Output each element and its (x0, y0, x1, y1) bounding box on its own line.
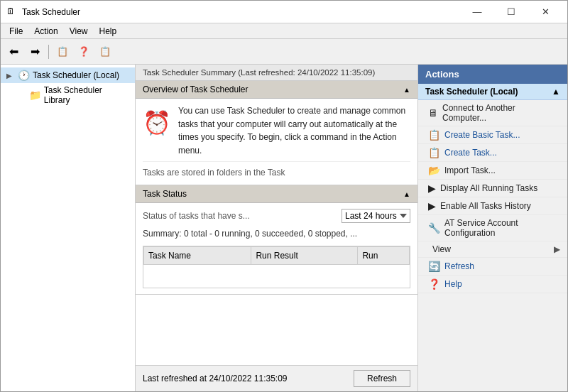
view-submenu-arrow: ▶ (554, 244, 560, 254)
center-scroll[interactable]: Overview of Task Scheduler ▲ ⏰ You can u… (136, 81, 417, 365)
status-filter-select[interactable]: Last 24 hours Last 7 days Last 30 days (342, 209, 410, 223)
center-header: Task Scheduler Summary (Last refreshed: … (136, 65, 417, 81)
display-running-icon: ▶ (428, 183, 436, 194)
col-run-result: Run Result (251, 247, 358, 265)
tree-item-local[interactable]: ▶ 🕐 Task Scheduler (Local) (1, 67, 135, 83)
overview-content: ⏰ You can use Task Scheduler to create a… (136, 99, 417, 185)
create-basic-icon: 📋 (428, 129, 440, 141)
tree-label-local: Task Scheduler (Local) (33, 70, 119, 80)
overview-row: ⏰ You can use Task Scheduler to create a… (143, 104, 410, 157)
clock-icon: ⏰ (143, 106, 171, 140)
task-table: Task Name Run Result Run (143, 246, 410, 265)
service-account-icon: 🔧 (428, 222, 440, 234)
bottom-bar: Last refreshed at 24/10/2022 11:35:09 Re… (136, 365, 417, 391)
main-window: 🗓 Task Scheduler — ☐ ✕ File Action View … (0, 0, 568, 392)
action-create-basic-label: Create Basic Task... (444, 130, 520, 140)
overview-main-text: You can use Task Scheduler to create and… (178, 104, 410, 157)
menu-view[interactable]: View (64, 25, 94, 38)
action-create-task-label: Create Task... (444, 148, 497, 158)
last-refreshed-text: Last refreshed at 24/10/2022 11:35:09 (143, 374, 288, 383)
action-create-basic[interactable]: 📋 Create Basic Task... (418, 126, 567, 144)
task-status-section: Task Status ▲ Status of tasks that have … (136, 185, 417, 295)
col-task-name: Task Name (144, 247, 251, 265)
toolbar-run[interactable]: 📋 (95, 42, 115, 62)
right-pane: Actions Task Scheduler (Local) ▲ 🖥 Conne… (418, 65, 567, 391)
toolbar-forward[interactable]: ➡ (25, 42, 45, 62)
local-icon: 🕐 (18, 70, 30, 81)
left-pane: ▶ 🕐 Task Scheduler (Local) 📁 Task Schedu… (1, 65, 136, 391)
overview-text-block: You can use Task Scheduler to create and… (178, 104, 410, 157)
tree-label-library: Task Scheduler Library (44, 85, 129, 105)
action-group-label[interactable]: Task Scheduler (Local) ▲ (418, 84, 567, 100)
action-import[interactable]: 📂 Import Task... (418, 162, 567, 180)
action-display-running-label: Display All Running Tasks (440, 183, 537, 193)
action-enable-history[interactable]: ▶ Enable All Tasks History (418, 197, 567, 215)
action-help-label: Help (444, 279, 462, 289)
title-bar: 🗓 Task Scheduler — ☐ ✕ (1, 1, 567, 23)
toolbar-help[interactable]: ❓ (74, 42, 94, 62)
actions-list: Task Scheduler (Local) ▲ 🖥 Connect to An… (418, 84, 567, 391)
action-create-task[interactable]: 📋 Create Task... (418, 144, 567, 162)
menu-file[interactable]: File (4, 25, 28, 38)
status-filter-row: Status of tasks that have s... Last 24 h… (143, 209, 410, 223)
refresh-action-icon: 🔄 (428, 261, 440, 272)
action-group-text: Task Scheduler (Local) (425, 87, 518, 97)
action-group-arrow: ▲ (552, 87, 560, 97)
overview-title: Overview of Task Scheduler (143, 85, 248, 94)
maximize-button[interactable]: ☐ (495, 3, 528, 21)
action-view[interactable]: View ▶ (418, 241, 567, 258)
library-icon: 📁 (29, 89, 41, 101)
action-import-label: Import Task... (444, 165, 496, 175)
task-status-content: Status of tasks that have s... Last 24 h… (136, 203, 417, 294)
help-action-icon: ❓ (428, 278, 440, 290)
action-connect-label: Connect to Another Computer... (442, 103, 560, 123)
action-display-running[interactable]: ▶ Display All Running Tasks (418, 180, 567, 197)
actions-header: Actions (418, 65, 567, 84)
toolbar-separator-1 (48, 45, 49, 59)
overview-subtext: Tasks are stored in folders in the Task (143, 161, 410, 179)
close-button[interactable]: ✕ (529, 3, 562, 21)
expand-icon: ▶ (6, 72, 15, 80)
task-status-header[interactable]: Task Status ▲ (136, 185, 417, 203)
tree-item-library[interactable]: 📁 Task Scheduler Library (1, 83, 135, 107)
minimize-button[interactable]: — (461, 3, 493, 21)
task-status-chevron: ▲ (403, 190, 410, 198)
menu-bar: File Action View Help (1, 23, 567, 39)
action-connect[interactable]: 🖥 Connect to Another Computer... (418, 100, 567, 126)
action-refresh-label: Refresh (444, 261, 474, 271)
menu-action[interactable]: Action (28, 25, 63, 38)
enable-history-icon: ▶ (428, 200, 436, 212)
col-run: Run (358, 247, 410, 265)
overview-section: Overview of Task Scheduler ▲ ⏰ You can u… (136, 81, 417, 185)
overview-chevron: ▲ (403, 86, 410, 94)
overview-section-header[interactable]: Overview of Task Scheduler ▲ (136, 81, 417, 99)
action-service-account[interactable]: 🔧 AT Service Account Configuration (418, 215, 567, 241)
status-filter-label: Status of tasks that have s... (143, 209, 337, 222)
import-icon: 📂 (428, 165, 440, 176)
summary-text: Summary: 0 total - 0 running, 0 succeede… (143, 227, 410, 240)
create-task-icon: 📋 (428, 147, 440, 158)
action-service-account-label: AT Service Account Configuration (444, 218, 560, 238)
center-pane: Task Scheduler Summary (Last refreshed: … (136, 65, 418, 391)
app-icon: 🗓 (6, 6, 18, 18)
toolbar-back[interactable]: ⬅ (4, 42, 23, 62)
action-enable-history-label: Enable All Tasks History (440, 201, 531, 211)
action-view-label: View (432, 244, 451, 254)
connect-icon: 🖥 (428, 107, 438, 119)
task-status-title: Task Status (143, 189, 187, 199)
window-title: Task Scheduler (22, 7, 457, 17)
main-area: ▶ 🕐 Task Scheduler (Local) 📁 Task Schedu… (1, 65, 567, 391)
toolbar: ⬅ ➡ 📋 ❓ 📋 (1, 39, 567, 65)
toolbar-properties[interactable]: 📋 (53, 42, 72, 62)
task-table-wrapper: Task Name Run Result Run (143, 246, 410, 288)
menu-help[interactable]: Help (94, 25, 123, 38)
refresh-button[interactable]: Refresh (354, 370, 410, 387)
window-controls: — ☐ ✕ (461, 3, 562, 21)
action-help[interactable]: ❓ Help (418, 276, 567, 293)
action-refresh[interactable]: 🔄 Refresh (418, 258, 567, 276)
